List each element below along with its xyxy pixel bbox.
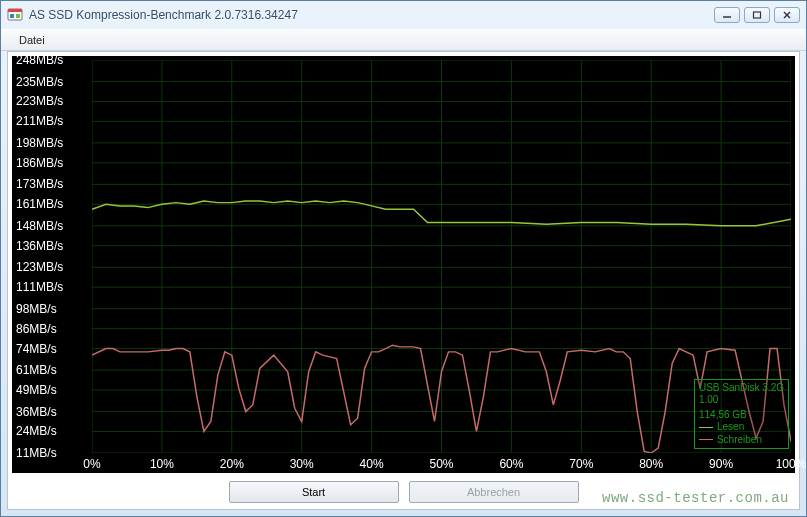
svg-rect-1 <box>8 9 22 12</box>
y-tick-label: 248MB/s <box>16 53 63 67</box>
svg-rect-2 <box>10 14 14 18</box>
y-tick-label: 148MB/s <box>16 219 63 233</box>
maximize-button[interactable] <box>744 7 770 23</box>
window-title: AS SSD Kompression-Benchmark 2.0.7316.34… <box>29 8 714 22</box>
legend: USB SanDisk 3.2G 1.00 114,56 GB Lesen Sc… <box>694 379 789 450</box>
legend-read-swatch <box>699 427 713 428</box>
legend-firmware: 1.00 <box>699 394 784 407</box>
abort-button: Abbrechen <box>409 481 579 503</box>
y-tick-label: 36MB/s <box>16 405 57 419</box>
y-tick-label: 211MB/s <box>16 114 63 128</box>
y-tick-label: 11MB/s <box>16 446 57 460</box>
y-tick-label: 223MB/s <box>16 94 63 108</box>
chart-plot <box>92 60 791 453</box>
button-row: Start Abbrechen <box>8 481 799 503</box>
x-tick-label: 20% <box>220 457 244 471</box>
start-button[interactable]: Start <box>229 481 399 503</box>
y-tick-label: 123MB/s <box>16 260 63 274</box>
x-tick-label: 60% <box>499 457 523 471</box>
x-tick-label: 40% <box>360 457 384 471</box>
app-icon <box>7 7 23 23</box>
menu-file[interactable]: Datei <box>11 32 53 48</box>
menubar: Datei <box>1 29 806 51</box>
x-tick-label: 30% <box>290 457 314 471</box>
x-tick-label: 50% <box>429 457 453 471</box>
x-tick-label: 10% <box>150 457 174 471</box>
svg-rect-3 <box>16 14 20 18</box>
y-tick-label: 136MB/s <box>16 239 63 253</box>
y-tick-label: 173MB/s <box>16 177 63 191</box>
x-tick-label: 80% <box>639 457 663 471</box>
app-window: AS SSD Kompression-Benchmark 2.0.7316.34… <box>0 0 807 517</box>
svg-rect-5 <box>754 12 761 18</box>
x-tick-label: 100% <box>776 457 807 471</box>
x-tick-label: 90% <box>709 457 733 471</box>
legend-write-swatch <box>699 439 713 440</box>
minimize-button[interactable] <box>714 7 740 23</box>
legend-capacity: 114,56 GB <box>699 409 784 422</box>
y-tick-label: 111MB/s <box>16 280 63 294</box>
x-tick-label: 70% <box>569 457 593 471</box>
chart-area: USB SanDisk 3.2G 1.00 114,56 GB Lesen Sc… <box>12 56 795 473</box>
y-tick-label: 86MB/s <box>16 322 57 336</box>
y-tick-label: 186MB/s <box>16 156 63 170</box>
legend-read-label: Lesen <box>717 421 744 434</box>
y-tick-label: 235MB/s <box>16 75 63 89</box>
legend-device: USB SanDisk 3.2G <box>699 382 784 395</box>
titlebar: AS SSD Kompression-Benchmark 2.0.7316.34… <box>1 1 806 29</box>
y-tick-label: 74MB/s <box>16 342 57 356</box>
chart-svg <box>92 60 791 453</box>
legend-write-row: Schreiben <box>699 434 784 447</box>
x-tick-label: 0% <box>83 457 100 471</box>
legend-write-label: Schreiben <box>717 434 762 447</box>
y-tick-label: 24MB/s <box>16 424 57 438</box>
window-controls <box>714 7 800 23</box>
y-tick-label: 49MB/s <box>16 383 57 397</box>
y-tick-label: 161MB/s <box>16 197 63 211</box>
close-button[interactable] <box>774 7 800 23</box>
content-panel: USB SanDisk 3.2G 1.00 114,56 GB Lesen Sc… <box>7 51 800 510</box>
legend-read-row: Lesen <box>699 421 784 434</box>
y-tick-label: 198MB/s <box>16 136 63 150</box>
y-tick-label: 98MB/s <box>16 302 57 316</box>
y-tick-label: 61MB/s <box>16 363 57 377</box>
